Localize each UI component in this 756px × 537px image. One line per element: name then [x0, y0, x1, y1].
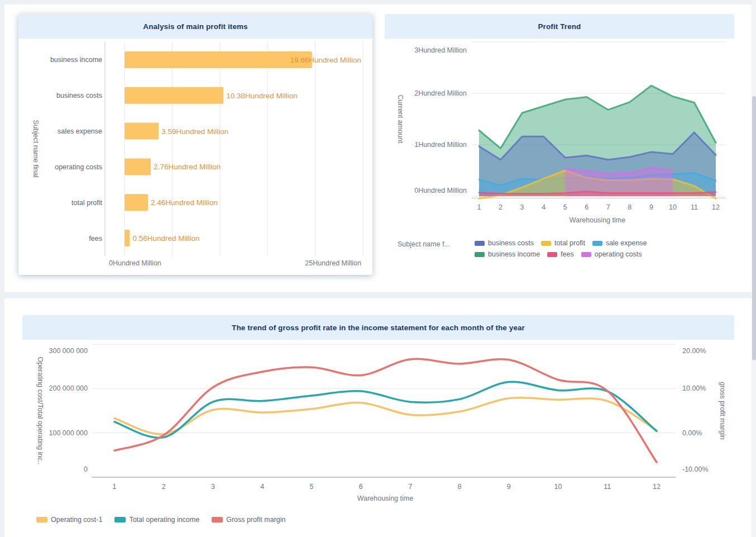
bar-fees[interactable] — [125, 230, 130, 246]
legend-item-business-income[interactable]: business income — [475, 250, 540, 258]
bar-total-profit[interactable] — [125, 194, 148, 211]
category-label: total profit — [71, 199, 102, 207]
legend-swatch — [592, 241, 602, 246]
bar-chart-card: Analysis of main profit items business i… — [18, 14, 372, 275]
category-label: business income — [50, 56, 102, 64]
bar-chart[interactable]: business income19.66Hundred Millionbusin… — [18, 14, 372, 275]
legend-item-total-profit[interactable]: total profit — [541, 239, 585, 247]
x-tick-label: 11 — [691, 203, 698, 211]
x-tick-label: 9 — [507, 483, 511, 491]
bottom-panel: The trend of gross profit rate in the in… — [4, 298, 752, 537]
bar-value-label: 0.56Hundred Million — [133, 234, 200, 243]
category-label: operating costs — [55, 163, 102, 171]
legend-swatch — [475, 241, 485, 246]
y-axis-name: Current amount — [396, 95, 404, 144]
x-tick-label: 7 — [408, 483, 412, 491]
gross-legend: Operating cost-1Total operating incomeGr… — [36, 516, 285, 524]
bar-value-label: 3.59Hundred Million — [161, 127, 228, 136]
line-total-operating-income[interactable] — [114, 382, 657, 438]
legend-item-sale-expense[interactable]: sale expense — [592, 239, 647, 247]
bar-value-label: 19.66Hundred Million — [290, 56, 361, 64]
right-tick-label: 0.00% — [682, 429, 702, 437]
left-tick-label: 300 000 000 — [49, 347, 88, 355]
left-tick-label: 0 — [84, 465, 88, 473]
legend-item-operating-cost-1[interactable]: Operating cost-1 — [36, 516, 102, 524]
legend-label: operating costs — [595, 250, 642, 258]
y-tick-label: 1Hundred Million — [414, 141, 467, 149]
x-tick-label: 9 — [649, 203, 653, 211]
trend-legend-title: Subject name f... — [398, 240, 450, 248]
legend-item-gross-profit-margin[interactable]: Gross profit margin — [212, 516, 285, 524]
y-axis-name: Subject name final — [32, 120, 40, 178]
bar-sales-expense[interactable] — [125, 123, 159, 140]
left-tick-label: 100 000 000 — [49, 429, 88, 437]
legend-swatch — [547, 252, 557, 257]
left-axis-name: Operating cost/Total operating inc.. — [36, 357, 44, 464]
bar-business-income[interactable] — [125, 51, 312, 68]
legend-label: Total operating income — [129, 516, 199, 524]
gross-chart-header: The trend of gross profit rate in the in… — [22, 315, 734, 340]
legend-swatch — [114, 517, 126, 522]
x-tick-label: 12 — [712, 203, 720, 211]
y-tick-label: 0Hundred Million — [414, 187, 467, 194]
legend-label: total profit — [554, 239, 585, 247]
legend-label: business income — [488, 250, 540, 258]
gross-chart-title: The trend of gross profit rate in the in… — [232, 324, 525, 332]
bar-operating-costs[interactable] — [125, 158, 151, 175]
x-axis-name: Warehousing time — [570, 216, 625, 224]
x-tick-label: 11 — [604, 483, 611, 491]
bar-value-label: 2.46Hundred Million — [151, 198, 218, 207]
legend-swatch — [541, 241, 551, 246]
legend-swatch — [475, 252, 485, 257]
x-tick-label: 1 — [113, 483, 117, 491]
right-tick-label: 20.00% — [682, 347, 706, 355]
x-tick-label: 5 — [310, 483, 314, 491]
legend-swatch — [212, 517, 223, 522]
x-tick-label: 2 — [162, 483, 166, 491]
trend-legend-rows: business coststotal profitsale expensebu… — [475, 239, 734, 258]
x-tick-label: 4 — [260, 483, 264, 491]
top-panel: Analysis of main profit items business i… — [4, 4, 752, 292]
x-tick-label: 5 — [563, 203, 567, 211]
x-tick-label: 4 — [542, 203, 546, 211]
bar-business-costs[interactable] — [125, 87, 223, 104]
x-tick-label: 10 — [669, 203, 677, 211]
trend-chart-card: Profit Trend 0Hundred Million1Hundred Mi… — [385, 14, 734, 272]
vertical-scrollbar[interactable] — [752, 0, 756, 537]
trend-area-chart[interactable]: 0Hundred Million1Hundred Million2Hundred… — [385, 14, 734, 272]
category-label: fees — [89, 235, 102, 243]
legend-label: business costs — [488, 239, 534, 247]
legend-label: Gross profit margin — [226, 516, 285, 524]
legend-swatch — [36, 517, 47, 522]
legend-label: Operating cost-1 — [51, 516, 102, 524]
x-tick-label: 1 — [477, 203, 481, 211]
x-tick-label: 8 — [628, 203, 631, 211]
legend-item-total-operating-income[interactable]: Total operating income — [114, 516, 199, 524]
x-tick-label: 2 — [499, 203, 503, 211]
x-tick-label: 6 — [359, 483, 363, 491]
line-gross-profit-margin[interactable] — [114, 359, 657, 462]
x-tick-label: 12 — [653, 483, 661, 491]
legend-item-business-costs[interactable]: business costs — [475, 239, 534, 247]
y-tick-label: 3Hundred Million — [414, 46, 467, 54]
legend-item-operating-costs[interactable]: operating costs — [581, 250, 642, 258]
profit-dashboard: Analysis of main profit items business i… — [0, 0, 756, 537]
x-tick-label: 3 — [211, 483, 215, 491]
right-tick-label: 10.00% — [682, 384, 706, 392]
scrollbar-thumb[interactable] — [752, 96, 756, 360]
bar-value-label: 2.76Hundred Million — [154, 163, 221, 171]
x-tick-label: 0Hundred Million — [109, 259, 161, 267]
trend-legend-row: business coststotal profitsale expense — [475, 239, 734, 247]
y-tick-label: 2Hundred Million — [414, 89, 467, 97]
x-tick-label: 7 — [606, 203, 610, 211]
x-tick-label: 3 — [520, 203, 524, 211]
legend-label: sale expense — [606, 239, 647, 247]
category-label: sales expense — [58, 127, 102, 135]
left-tick-label: 200 000 000 — [49, 384, 88, 392]
x-tick-label: 25Hundred Million — [305, 259, 361, 267]
right-axis-name: gross profit margin — [719, 382, 726, 440]
legend-label: fees — [561, 250, 574, 258]
legend-swatch — [581, 252, 591, 257]
bar-value-label: 10.38Hundred Million — [226, 92, 298, 100]
legend-item-fees[interactable]: fees — [547, 250, 574, 258]
